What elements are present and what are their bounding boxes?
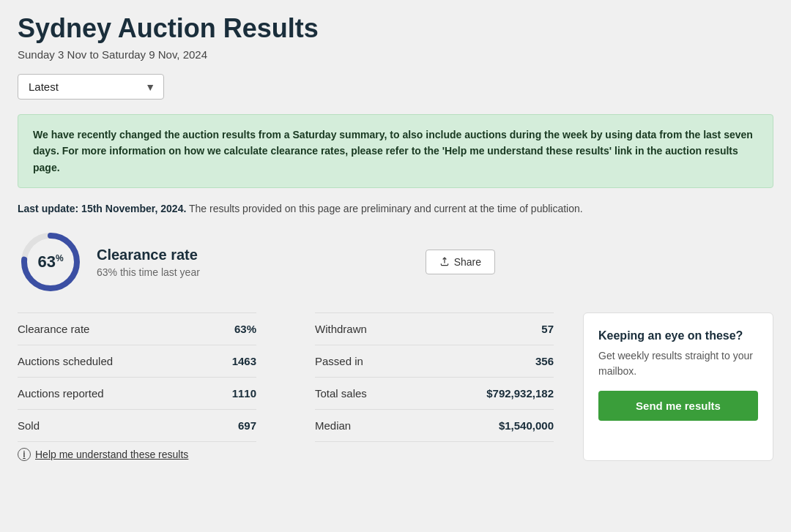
stat-value: 1110 — [232, 387, 256, 400]
table-row: Withdrawn 57 — [315, 312, 554, 345]
stat-label: Auctions reported — [18, 387, 104, 400]
stat-value: 63% — [234, 323, 256, 335]
table-row: Auctions scheduled 1463 — [18, 345, 256, 378]
side-card: Keeping an eye on these? Get weekly resu… — [583, 312, 773, 461]
left-content: Clearance rate 63% Auctions scheduled 14… — [18, 312, 554, 461]
clearance-rate-display: 63% — [37, 254, 63, 270]
info-icon: i — [18, 448, 31, 461]
clearance-section: 63% Clearance rate 63% this time last ye… — [18, 229, 773, 295]
share-button[interactable]: Share — [426, 250, 495, 274]
clearance-rate-label: Clearance rate — [97, 247, 200, 263]
table-row: Median $1,540,000 — [315, 410, 554, 442]
stat-label: Auctions scheduled — [18, 355, 113, 367]
clearance-info: Clearance rate 63% this time last year — [97, 247, 200, 278]
stat-label: Clearance rate — [18, 323, 89, 335]
stats-wrapper: Clearance rate 63% Auctions scheduled 14… — [18, 312, 554, 442]
clearance-donut-chart: 63% — [18, 229, 83, 295]
clearance-rate-unit: % — [56, 253, 64, 263]
side-card-description: Get weekly results straight to your mail… — [598, 348, 758, 379]
side-card-title: Keeping an eye on these? — [598, 329, 758, 342]
stat-label: Sold — [18, 419, 40, 432]
table-row: Total sales $792,932,182 — [315, 378, 554, 410]
stat-label: Median — [315, 419, 351, 432]
page-container: Sydney Auction Results Sunday 3 Nov to S… — [0, 0, 791, 532]
stats-col-left: Clearance rate 63% Auctions scheduled 14… — [18, 312, 256, 442]
table-row: Sold 697 — [18, 410, 256, 442]
period-dropdown[interactable]: Latest Previous — [18, 74, 164, 100]
stat-value: 356 — [535, 355, 554, 367]
table-row: Passed in 356 — [315, 345, 554, 378]
last-update-normal: The results provided on this page are pr… — [189, 203, 583, 214]
stat-value: 57 — [541, 323, 554, 335]
stats-col-right: Withdrawn 57 Passed in 356 Total sales $… — [315, 312, 554, 442]
share-icon — [439, 257, 450, 267]
dropdown-container: Latest Previous ▼ — [18, 74, 773, 100]
info-banner: We have recently changed the auction res… — [18, 114, 773, 188]
clearance-subtext: 63% this time last year — [97, 266, 200, 278]
last-update: Last update: 15th November, 2024. The re… — [18, 203, 773, 214]
send-me-results-button[interactable]: Send me results — [598, 391, 758, 421]
stat-value: 697 — [238, 419, 256, 432]
help-link-label: Help me understand these results — [35, 449, 188, 460]
stat-value: $1,540,000 — [499, 419, 554, 432]
main-content: Clearance rate 63% Auctions scheduled 14… — [18, 312, 773, 461]
clearance-rate-number: 63 — [37, 252, 55, 271]
stat-label: Passed in — [315, 355, 363, 367]
stat-value: $792,932,182 — [486, 387, 554, 400]
date-range: Sunday 3 Nov to Saturday 9 Nov, 2024 — [18, 48, 773, 61]
page-title: Sydney Auction Results — [18, 13, 773, 44]
help-link[interactable]: i Help me understand these results — [18, 448, 554, 461]
stat-value: 1463 — [232, 355, 256, 367]
dropdown-wrapper: Latest Previous ▼ — [18, 74, 164, 100]
stat-label: Withdrawn — [315, 323, 367, 335]
share-button-label: Share — [454, 256, 481, 268]
stat-label: Total sales — [315, 387, 367, 400]
table-row: Clearance rate 63% — [18, 312, 256, 345]
table-row: Auctions reported 1110 — [18, 378, 256, 410]
last-update-bold: Last update: 15th November, 2024. — [18, 203, 186, 214]
